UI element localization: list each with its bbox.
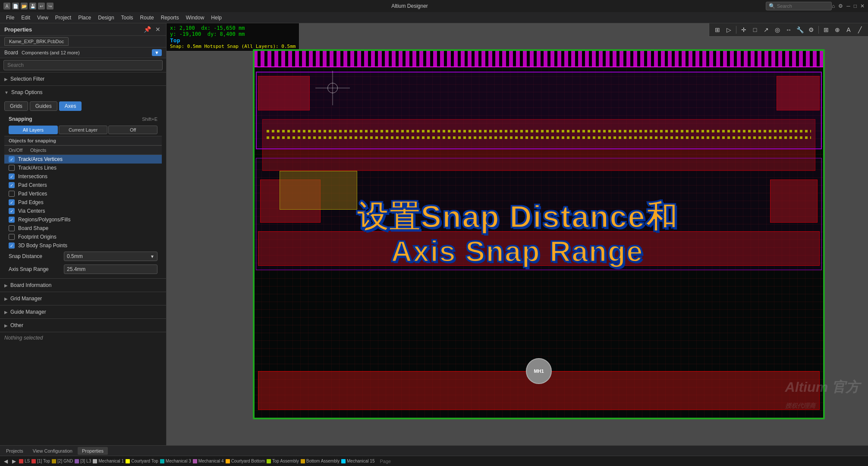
- checkbox-pad-centers[interactable]: ✓: [9, 182, 15, 188]
- checkbox-pad-vertices[interactable]: [9, 191, 15, 197]
- board-filter-btn[interactable]: ▼: [152, 49, 162, 56]
- layer-gnd[interactable]: [2] GND: [52, 459, 73, 463]
- new-btn[interactable]: 📄: [12, 3, 19, 9]
- layer-bottom-assembly[interactable]: Bottom Assembly: [301, 459, 340, 463]
- line-toolbar-btn[interactable]: ╱: [855, 25, 865, 35]
- object-row-board-shape[interactable]: Board Shape: [4, 224, 162, 233]
- circle-toolbar-btn[interactable]: ◎: [773, 25, 782, 35]
- checkbox-regions-polygons[interactable]: ✓: [9, 217, 15, 223]
- object-row-track-arcs-vertices[interactable]: ✓ Track/Arcs Vertices: [4, 155, 162, 164]
- checkbox-intersections[interactable]: ✓: [9, 173, 15, 179]
- properties-pin-btn[interactable]: 📌: [142, 26, 152, 33]
- text-toolbar-btn[interactable]: A: [844, 25, 853, 35]
- snap-all-layers-btn[interactable]: All Layers: [9, 126, 58, 134]
- menu-view[interactable]: View: [34, 13, 52, 22]
- menubar: File Edit View Project Place Design Tool…: [0, 12, 868, 23]
- snap-current-layer-btn[interactable]: Current Layer: [59, 126, 108, 134]
- checkbox-track-arcs-lines[interactable]: [9, 165, 15, 171]
- layer-mech15[interactable]: Mechanical 15: [341, 459, 374, 463]
- add-toolbar-btn[interactable]: ✛: [739, 25, 748, 35]
- rect-toolbar-btn[interactable]: □: [750, 25, 760, 35]
- snap-options-header[interactable]: ▼ Snap Options: [0, 86, 166, 99]
- doc-tab[interactable]: Kame_EXP_BRK.PcbDoc: [4, 37, 69, 46]
- menu-route[interactable]: Route: [137, 13, 157, 22]
- layer-mech3[interactable]: Mechanical 3: [160, 459, 191, 463]
- layer-top-assembly[interactable]: Top Assembly: [267, 459, 299, 463]
- measure-toolbar-btn[interactable]: ⊕: [833, 25, 842, 35]
- selection-filter-header[interactable]: ▶ Selection Filter: [0, 72, 166, 85]
- layer-top[interactable]: [1] Top: [31, 459, 50, 463]
- open-btn[interactable]: 📂: [21, 3, 28, 9]
- checkbox-pad-edges[interactable]: ✓: [9, 199, 15, 205]
- layer-scroll-right[interactable]: ▶: [11, 458, 17, 464]
- board-information-header[interactable]: ▶ Board Information: [0, 279, 166, 292]
- menu-window[interactable]: Window: [182, 13, 208, 22]
- layer-courtyard-bottom[interactable]: Courtyard Bottom: [226, 459, 265, 463]
- menu-tools[interactable]: Tools: [118, 13, 137, 22]
- snap-axes-btn[interactable]: Axes: [59, 101, 82, 111]
- guide-manager-header[interactable]: ▶ Guide Manager: [0, 305, 166, 318]
- object-name-pad-centers: Pad Centers: [18, 182, 157, 188]
- minimize-btn[interactable]: ─: [846, 3, 850, 9]
- tab-view-configuration[interactable]: View Configuration: [28, 447, 77, 455]
- wrench-toolbar-btn[interactable]: 🔧: [795, 25, 805, 35]
- snap-grids-btn[interactable]: Grids: [4, 101, 28, 111]
- board-information-label: Board Information: [10, 282, 51, 288]
- properties-close-btn[interactable]: ✕: [154, 26, 162, 33]
- layer-mech4[interactable]: Mechanical 4: [193, 459, 224, 463]
- menu-edit[interactable]: Edit: [18, 13, 34, 22]
- gear-toolbar-btn[interactable]: ⚙: [806, 25, 816, 35]
- search-input[interactable]: [777, 3, 829, 9]
- snap-guides-btn[interactable]: Guides: [30, 101, 57, 111]
- object-row-via-centers[interactable]: ✓ Via Centers: [4, 207, 162, 215]
- play-toolbar-btn[interactable]: ▷: [724, 25, 733, 35]
- close-btn[interactable]: ✕: [860, 3, 865, 9]
- snap-off-btn[interactable]: Off: [108, 126, 157, 134]
- tab-properties[interactable]: Properties: [78, 447, 108, 455]
- menu-file[interactable]: File: [3, 13, 18, 22]
- checkbox-board-shape[interactable]: [9, 225, 15, 231]
- object-row-regions-polygons[interactable]: ✓ Regions/Polygons/Fills: [4, 215, 162, 224]
- object-row-pad-vertices[interactable]: Pad Vertices: [4, 189, 162, 198]
- redo-btn[interactable]: ↪: [47, 3, 53, 9]
- arrow-toolbar-btn[interactable]: ↗: [761, 25, 771, 35]
- save-btn[interactable]: 💾: [29, 3, 36, 9]
- titlebar-search[interactable]: 🔍: [766, 2, 832, 10]
- grid-toolbar-btn[interactable]: ⊞: [821, 25, 831, 35]
- checkbox-track-arcs-vertices[interactable]: ✓: [9, 156, 15, 162]
- object-row-footprint-origins[interactable]: Footprint Origins: [4, 233, 162, 241]
- checkbox-footprint-origins[interactable]: [9, 234, 15, 240]
- layer-l3[interactable]: [3] L3: [75, 459, 91, 463]
- object-row-3d-body-snap[interactable]: ✓ 3D Body Snap Points: [4, 241, 162, 250]
- checkbox-3d-body-snap[interactable]: ✓: [9, 242, 15, 249]
- menu-help[interactable]: Help: [208, 13, 225, 22]
- menu-design[interactable]: Design: [94, 13, 117, 22]
- other-header[interactable]: ▶ Other: [0, 319, 166, 332]
- layer-ls[interactable]: LS: [19, 459, 30, 463]
- tab-projects[interactable]: Projects: [2, 447, 28, 455]
- maximize-btn[interactable]: □: [854, 3, 857, 9]
- canvas-area[interactable]: x: 2,100 dx: -15,650 mm y: -19,100 dy: 8…: [167, 23, 868, 445]
- pcb-board-view[interactable]: MH1: [253, 49, 825, 419]
- filter-toolbar-btn[interactable]: ⊞: [713, 25, 722, 35]
- move-toolbar-btn[interactable]: ↔: [784, 25, 793, 35]
- axis-snap-range-input[interactable]: 25.4mm: [64, 264, 157, 274]
- object-row-track-arcs-lines[interactable]: Track/Arcs Lines: [4, 164, 162, 172]
- object-row-pad-edges[interactable]: ✓ Pad Edges: [4, 198, 162, 207]
- grid-manager-header[interactable]: ▶ Grid Manager: [0, 292, 166, 305]
- undo-btn[interactable]: ↩: [38, 3, 45, 9]
- menu-project[interactable]: Project: [52, 13, 75, 22]
- object-row-intersections[interactable]: ✓ Intersections: [4, 172, 162, 181]
- object-row-pad-centers[interactable]: ✓ Pad Centers: [4, 181, 162, 189]
- layer-scroll-left[interactable]: ◀: [3, 458, 9, 464]
- layer-mech1[interactable]: Mechanical 1: [93, 459, 124, 463]
- settings-icon[interactable]: ⚙: [838, 3, 843, 9]
- menu-place[interactable]: Place: [75, 13, 94, 22]
- checkbox-via-centers[interactable]: ✓: [9, 208, 15, 214]
- layer-courtyard-top[interactable]: Courtyard Top: [126, 459, 158, 463]
- menu-reports[interactable]: Reports: [157, 13, 182, 22]
- snap-distance-input[interactable]: 0.5mm ▼: [64, 252, 157, 261]
- home-icon[interactable]: ⌂: [832, 3, 835, 9]
- properties-search-input[interactable]: [3, 60, 163, 70]
- object-name-regions-polygons: Regions/Polygons/Fills: [18, 217, 157, 223]
